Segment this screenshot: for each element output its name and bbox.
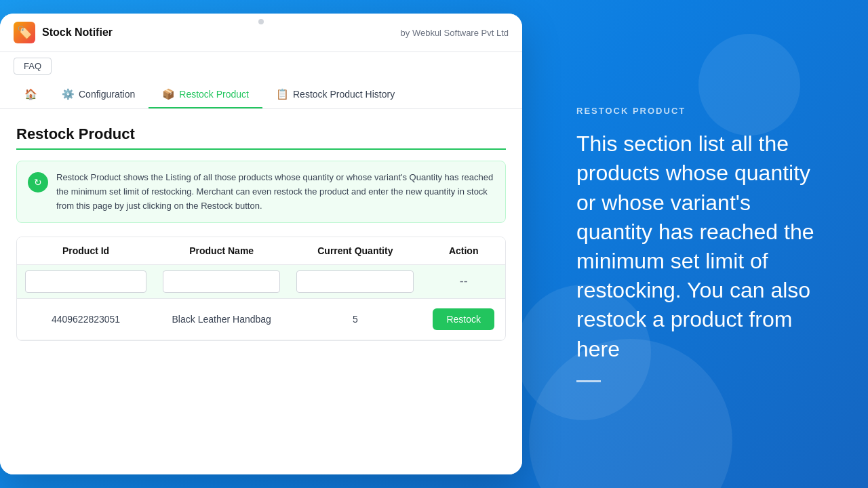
tab-configuration[interactable]: ⚙️ Configuration: [48, 81, 149, 108]
filter-input-quantity[interactable]: [296, 270, 414, 293]
table-filter-row: --: [17, 265, 505, 299]
col-header-product-id: Product Id: [17, 237, 155, 265]
cell-product-id: 4409622823051: [17, 299, 155, 340]
filter-cell-product-name: [155, 265, 288, 299]
filter-input-product-id[interactable]: [25, 270, 146, 293]
tab-restock-product[interactable]: 📦 Restock Product: [149, 81, 262, 108]
faq-button[interactable]: FAQ: [14, 58, 52, 75]
filter-cell-action: --: [422, 265, 505, 299]
restock-icon: 📦: [162, 88, 175, 100]
tab-restock-history-label: Restock Product History: [293, 89, 395, 100]
page-title-divider: [16, 148, 506, 150]
main-content: Restock Product ↻ Restock Product shows …: [0, 109, 522, 474]
nav-row: FAQ 🏠 ⚙️ Configuration 📦 Restock Product…: [0, 52, 522, 109]
app-by: by Webkul Software Pvt Ltd: [401, 28, 509, 38]
tab-bar: 🏠 ⚙️ Configuration 📦 Restock Product 📋 R…: [14, 81, 509, 108]
header-left: 🏷️ Stock Notifier: [14, 22, 113, 43]
col-header-current-quantity: Current Quantity: [288, 237, 422, 265]
app-name: Stock Notifier: [42, 26, 113, 39]
filter-cell-quantity: [288, 265, 422, 299]
panel-label: RESTOCK PRODUCT: [576, 106, 827, 116]
window-dot: [258, 19, 264, 24]
filter-input-product-name[interactable]: [163, 270, 280, 293]
info-icon: ↻: [28, 172, 48, 192]
config-icon: ⚙️: [62, 88, 75, 100]
product-table: Product Id Product Name Current Quantity…: [16, 237, 506, 341]
home-icon: 🏠: [24, 88, 37, 100]
app-window: 🏷️ Stock Notifier by Webkul Software Pvt…: [0, 14, 522, 474]
table-header-row: Product Id Product Name Current Quantity…: [17, 237, 505, 265]
tab-restock-product-label: Restock Product: [179, 89, 249, 100]
filter-action-dash: --: [460, 274, 468, 288]
info-text: Restock Product shows the Listing of all…: [56, 171, 494, 213]
cell-action: Restock: [422, 299, 505, 340]
col-header-action: Action: [422, 237, 505, 265]
table-row: 4409622823051 Black Leather Handbag 5 Re…: [17, 299, 505, 340]
app-logo: 🏷️: [14, 22, 35, 43]
history-icon: 📋: [276, 88, 289, 100]
tab-configuration-label: Configuration: [79, 89, 135, 100]
col-header-product-name: Product Name: [155, 237, 288, 265]
tab-restock-product-history[interactable]: 📋 Restock Product History: [262, 81, 408, 108]
panel-description: This section list all the products whose…: [576, 129, 827, 364]
restock-button[interactable]: Restock: [433, 308, 494, 330]
info-box: ↻ Restock Product shows the Listing of a…: [16, 161, 506, 223]
page-title: Restock Product: [16, 125, 506, 143]
logo-emoji: 🏷️: [17, 25, 32, 40]
cell-current-quantity: 5: [288, 299, 422, 340]
cell-product-name: Black Leather Handbag: [155, 299, 288, 340]
panel-divider: [576, 380, 601, 382]
filter-cell-product-id: [17, 265, 155, 299]
tab-home[interactable]: 🏠: [14, 81, 48, 108]
right-panel: RESTOCK PRODUCT This section list all th…: [522, 0, 868, 488]
